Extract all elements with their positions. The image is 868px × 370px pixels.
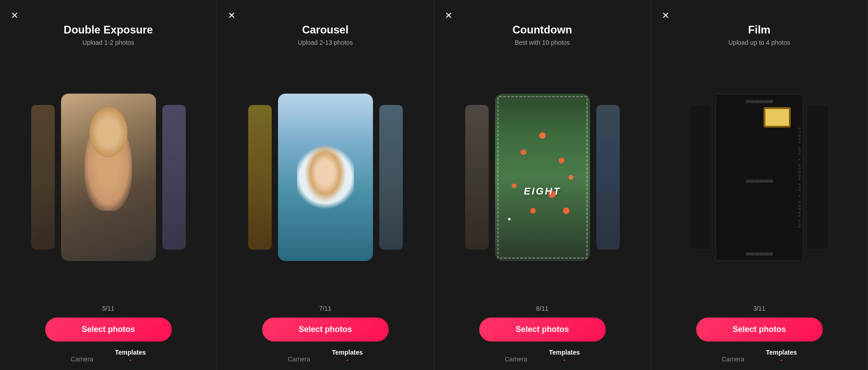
film-sprocket — [760, 100, 764, 103]
preview-side-right — [162, 105, 186, 250]
bottom-nav: Camera Templates — [722, 349, 797, 370]
preview-side-left — [31, 105, 55, 250]
film-sprocket — [760, 252, 764, 256]
film-sprocket — [769, 180, 773, 183]
close-button[interactable]: ✕ — [662, 11, 670, 20]
counter: 5/11 — [102, 305, 114, 312]
panel-subtitle: Upload 2-13 photos — [297, 39, 353, 46]
tab-camera[interactable]: Camera — [71, 356, 93, 363]
preview-main-film: KODAK 400 ▪ KODAK 400 ▪ KODAK 400 — [715, 94, 803, 261]
select-photos-button[interactable]: Select photos — [262, 318, 389, 342]
preview-side-left — [465, 105, 489, 250]
film-sprocket — [750, 252, 755, 256]
tab-templates[interactable]: Templates — [332, 349, 363, 363]
panel-carousel: ✕ Carousel Upload 2-13 photos 7/11 Selec… — [217, 0, 434, 370]
bottom-nav: Camera Templates — [288, 349, 363, 370]
film-sprocket — [764, 180, 769, 183]
preview-side-right — [806, 105, 830, 250]
panel-title: Film — [748, 24, 770, 36]
preview-main — [278, 94, 373, 261]
close-button[interactable]: ✕ — [11, 11, 19, 20]
film-sprocket — [750, 100, 755, 103]
bottom-nav: Camera Templates — [71, 349, 146, 370]
panel-subtitle: Upload 1-2 photos — [82, 39, 134, 46]
preview-area — [434, 53, 651, 301]
counter: 3/11 — [753, 305, 765, 312]
film-sprocket — [750, 180, 755, 183]
film-sprocket — [755, 100, 760, 103]
film-sprocket — [760, 180, 764, 183]
preview-side-left — [689, 105, 712, 250]
select-photos-button[interactable]: Select photos — [696, 318, 823, 342]
panel-subtitle: Best with 10 photos — [514, 39, 570, 46]
film-sprocket — [769, 252, 773, 256]
preview-area — [217, 53, 434, 301]
film-sprocket — [755, 252, 760, 256]
film-sprocket — [764, 100, 769, 103]
panel-double-exposure: ✕ Double Exposure Upload 1-2 photos 5/11… — [0, 0, 217, 370]
preview-area: KODAK 400 ▪ KODAK 400 ▪ KODAK 400 — [651, 53, 868, 301]
film-sprocket — [746, 100, 750, 103]
close-icon: ✕ — [662, 10, 670, 20]
film-sprocket — [746, 252, 750, 256]
select-photos-button[interactable]: Select photos — [479, 318, 606, 342]
panel-countdown: ✕ Countdown Best with 10 photos 8/11 Sel… — [434, 0, 651, 370]
tab-camera[interactable]: Camera — [505, 356, 527, 363]
preview-side-right — [379, 105, 403, 250]
panel-title: Double Exposure — [64, 24, 153, 36]
preview-main — [61, 94, 156, 261]
tab-templates[interactable]: Templates — [766, 349, 797, 363]
preview-side-right — [596, 105, 620, 250]
close-button[interactable]: ✕ — [445, 11, 453, 20]
panel-title: Carousel — [302, 24, 349, 36]
preview-main — [495, 94, 590, 261]
tab-templates[interactable]: Templates — [115, 349, 146, 363]
preview-area — [0, 53, 217, 301]
tab-camera[interactable]: Camera — [288, 356, 310, 363]
close-icon: ✕ — [445, 10, 453, 20]
select-photos-button[interactable]: Select photos — [45, 318, 172, 342]
film-sprocket — [755, 180, 760, 183]
panel-film: ✕ Film Upload up to 4 photos — [651, 0, 868, 370]
panel-subtitle: Upload up to 4 photos — [728, 39, 790, 46]
counter: 8/11 — [536, 305, 548, 312]
tab-templates[interactable]: Templates — [549, 349, 580, 363]
panel-title: Countdown — [513, 24, 572, 36]
tab-camera[interactable]: Camera — [722, 356, 744, 363]
counter: 7/11 — [319, 305, 331, 312]
film-sprocket — [764, 252, 769, 256]
film-sprocket — [769, 100, 773, 103]
close-icon: ✕ — [11, 10, 19, 20]
close-icon: ✕ — [228, 10, 236, 20]
preview-side-left — [248, 105, 272, 250]
bottom-nav: Camera Templates — [505, 349, 580, 370]
close-button[interactable]: ✕ — [228, 11, 236, 20]
film-sprocket — [746, 180, 750, 183]
